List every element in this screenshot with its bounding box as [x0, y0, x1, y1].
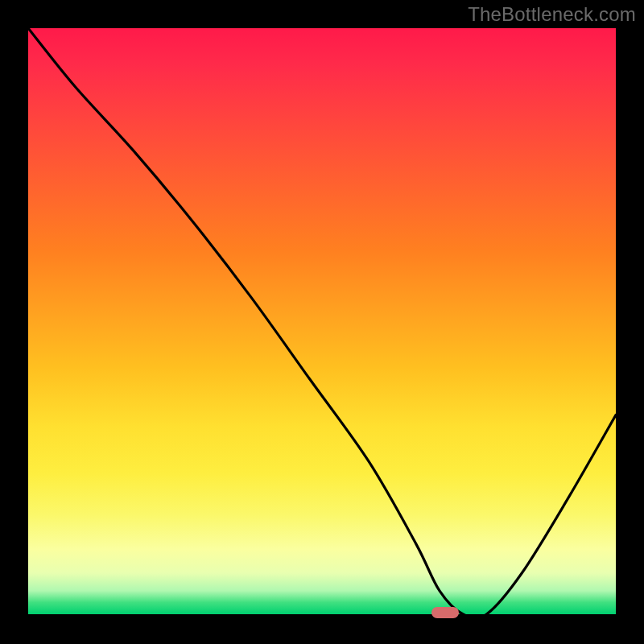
chart-plot-area	[28, 28, 616, 614]
curve-path	[28, 28, 616, 614]
optimal-marker	[431, 607, 459, 618]
watermark-text: TheBottleneck.com	[468, 3, 636, 26]
bottleneck-curve	[28, 28, 616, 614]
